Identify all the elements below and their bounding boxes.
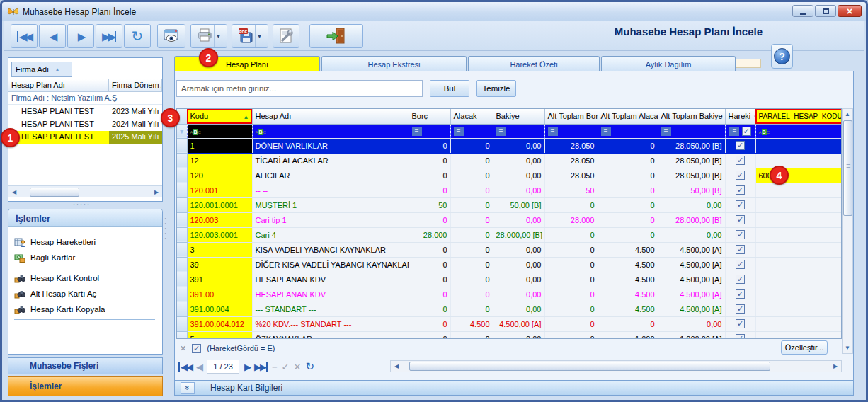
- filter-hesap-adi[interactable]: ABC: [252, 124, 409, 138]
- clear-button[interactable]: Temizle: [476, 80, 516, 97]
- col-header-paralel-hesap-kodu[interactable]: PARALEL_HESAP_KODU: [755, 109, 842, 124]
- help-button[interactable]: ?: [771, 44, 793, 69]
- grid-row[interactable]: 391.00HESAPLANAN KDV000,0004.5004.500,00…: [177, 287, 842, 302]
- restore-button[interactable]: [815, 5, 836, 17]
- horizontal-splitter-handle[interactable]: ·····: [73, 202, 98, 207]
- filter-hareket[interactable]: = ✓: [725, 124, 755, 138]
- plan-row-2024[interactable]: HESAP PLANI TEST 2024 Mali Yılı: [8, 118, 162, 131]
- hareket-checkbox[interactable]: ✓: [736, 260, 745, 269]
- scroll-right-icon[interactable]: ▶: [830, 361, 841, 372]
- hareket-checkbox[interactable]: ✓: [736, 319, 745, 328]
- hareket-checkbox[interactable]: ✓: [736, 185, 745, 195]
- preview-button[interactable]: [157, 24, 185, 48]
- refresh-button[interactable]: ↻: [124, 24, 151, 48]
- grid-row[interactable]: 391.00.004.012%20 KDV.--- STANDART ---04…: [177, 316, 842, 331]
- grid-hscrollbar[interactable]: ◀ ▶: [390, 360, 842, 372]
- plan-row-2023[interactable]: HESAP PLANI TEST 2023 Mali Yılı: [8, 105, 162, 118]
- scroll-thumb[interactable]: [409, 362, 770, 371]
- filter-alt-toplam-borc[interactable]: =: [544, 124, 598, 138]
- refresh-grid-button[interactable]: ↻: [305, 360, 314, 373]
- col-header-alt-toplam-bakiye[interactable]: Alt Toplam Bakiye: [658, 109, 725, 124]
- nav-bar-muhasebe-fisleri[interactable]: Muhasebe Fişleri: [8, 357, 163, 374]
- find-button[interactable]: Bul: [430, 80, 469, 97]
- filter-bakiye[interactable]: =: [493, 124, 544, 138]
- nav-next-button[interactable]: ▶: [67, 24, 94, 48]
- scroll-thumb[interactable]: [843, 120, 852, 216]
- col-header-alt-toplam-borc[interactable]: Alt Toplam Borç: [544, 109, 598, 124]
- hareket-checkbox[interactable]: ✓: [736, 200, 745, 209]
- filter-active-checkbox[interactable]: ✓: [192, 344, 201, 353]
- nav-first-button[interactable]: ◀◀: [11, 24, 38, 48]
- filter-alt-toplam-alacak[interactable]: =: [598, 124, 658, 138]
- col-header-alt-toplam-alacak[interactable]: Alt Toplam Alacak: [598, 109, 658, 124]
- save-dropdown-arrow[interactable]: ▼: [255, 25, 264, 47]
- hesap-kart-bilgileri-bar[interactable]: » Hesap Kart Bilgileri: [174, 380, 854, 396]
- action-hesap-hareketleri[interactable]: Hesap Hareketleri: [8, 234, 162, 250]
- tab-hesap-ekstresi[interactable]: Hesap Ekstresi: [321, 56, 467, 71]
- close-button[interactable]: ×: [838, 5, 862, 17]
- group-by-firma-adi[interactable]: Firma Adı ▲: [11, 62, 72, 77]
- filter-paralel[interactable]: ABC: [755, 124, 842, 138]
- tab-hareket-ozeti[interactable]: Hareket Özeti: [468, 56, 600, 71]
- col-header-hareket[interactable]: Hareki ▼: [725, 109, 755, 124]
- filter-alt-toplam-bakiye[interactable]: =: [658, 124, 725, 138]
- filter-alacak[interactable]: =: [450, 124, 493, 138]
- customize-button[interactable]: Özelleştir...: [781, 340, 828, 355]
- plan-list-hscrollbar[interactable]: ◀ ▶: [8, 185, 162, 197]
- tab-aylik-dagilim[interactable]: Aylık Dağılım: [601, 56, 736, 71]
- grid-vscrollbar[interactable]: ▲ ▼: [842, 108, 853, 354]
- hareket-checkbox[interactable]: ✓: [736, 245, 745, 254]
- scroll-down-icon[interactable]: ▼: [843, 343, 852, 353]
- first-page-button[interactable]: ◀◀: [178, 362, 192, 372]
- nav-last-button[interactable]: ▶▶: [96, 24, 122, 48]
- grid-row[interactable]: 120.003Cari tip 1000,0028.000028.000,00 …: [177, 212, 842, 227]
- col-header-borc[interactable]: Borç: [409, 109, 450, 124]
- hareket-checkbox[interactable]: ✓: [736, 230, 745, 239]
- filter-row-indicator[interactable]: ▼: [177, 124, 187, 138]
- hareket-checkbox[interactable]: ✓: [736, 289, 745, 299]
- col-header-kodu[interactable]: Kodu▲: [187, 109, 252, 124]
- nav-prev-button[interactable]: ◀: [39, 24, 66, 48]
- hareket-checkbox[interactable]: ✓: [736, 141, 745, 150]
- grid-row[interactable]: 120.001-- --000,0050050,00 [B]✓: [177, 183, 842, 197]
- grid-row[interactable]: 120.003.0001Cari 428.000028.000,00 [B]00…: [177, 227, 842, 242]
- col-firma-donem[interactable]: Firma Dönem A: [109, 79, 162, 91]
- hareket-checkbox[interactable]: ✓: [736, 275, 745, 284]
- col-hesap-plan-adi[interactable]: Hesap Plan Adı: [8, 79, 109, 91]
- hareket-checkbox[interactable]: ✓: [736, 171, 745, 180]
- save-pdf-button[interactable]: PDF ▼: [232, 24, 268, 48]
- prev-page-button[interactable]: ◀: [196, 362, 202, 372]
- remove-filter-icon[interactable]: ✕: [180, 344, 186, 353]
- action-hesap-kart-kontrol[interactable]: Hesap Kart Kontrol: [8, 270, 162, 286]
- action-bagli-kartlar[interactable]: Bağlı Kartlar: [8, 250, 162, 265]
- grid-row[interactable]: 391.00.004--- STANDART ---000,0004.5004.…: [177, 302, 842, 316]
- delete-record-button[interactable]: −: [272, 362, 278, 372]
- post-edit-button[interactable]: ✓: [282, 362, 290, 372]
- scroll-left-icon[interactable]: ◀: [8, 187, 20, 197]
- grid-row[interactable]: 39DİĞER KISA VADELİ YABANCI KAYNAKLAR000…: [177, 257, 842, 272]
- vertical-splitter-handle[interactable]: ·····: [164, 216, 169, 244]
- col-header-bakiye[interactable]: Bakiye: [493, 109, 544, 124]
- scroll-up-icon[interactable]: ▲: [843, 109, 852, 120]
- grid-row[interactable]: 1DÖNEN VARLIKLAR000,0028.050028.050,00 […: [177, 138, 842, 153]
- minimize-button[interactable]: [792, 5, 813, 17]
- hareket-checkbox[interactable]: ✓: [736, 156, 745, 165]
- scroll-right-icon[interactable]: ▶: [151, 187, 162, 197]
- filter-funnel-icon[interactable]: ▼: [753, 114, 755, 120]
- grid-row[interactable]: 5ÖZKAYNAKLAR000,0001.0001.000,00 [A]✓: [177, 331, 842, 339]
- col-header-alacak[interactable]: Alacak: [450, 109, 493, 124]
- hareket-checkbox[interactable]: ✓: [736, 215, 745, 224]
- print-dropdown-arrow[interactable]: ▼: [214, 25, 223, 47]
- scroll-left-icon[interactable]: ◀: [391, 361, 402, 372]
- nav-bar-islemler[interactable]: İşlemler: [8, 376, 163, 396]
- hareket-checkbox[interactable]: ✓: [736, 334, 745, 339]
- exit-button[interactable]: [309, 24, 363, 48]
- filter-borc[interactable]: =: [409, 124, 450, 138]
- cancel-edit-button[interactable]: ✕: [294, 362, 302, 372]
- hareket-filter-checkbox[interactable]: ✓: [742, 127, 751, 136]
- last-page-button[interactable]: ▶▶: [254, 362, 268, 372]
- search-input[interactable]: [176, 80, 423, 97]
- expand-panel-button[interactable]: »: [181, 382, 195, 394]
- action-hesap-karti-kopyala[interactable]: Hesap Kartı Kopyala: [8, 302, 162, 317]
- grid-row[interactable]: 120ALICILAR000,0028.050028.050,00 [B]✓60…: [177, 168, 842, 183]
